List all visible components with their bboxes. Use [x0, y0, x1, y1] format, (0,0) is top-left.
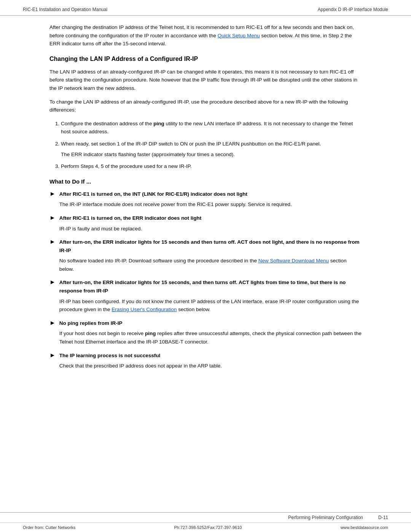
erasing-config-link[interactable]: Erasing User's Configuration: [112, 307, 177, 312]
bullet-arrow-6: ►: [49, 352, 56, 359]
bullet-arrow-1: ►: [49, 190, 56, 197]
bullet-content-1: After RIC-E1 is turned on, the INT (LINK…: [59, 190, 362, 209]
bullet-item-1: ► After RIC-E1 is turned on, the INT (LI…: [49, 190, 362, 209]
bullet-body-6: Check that the prescribed IP address doe…: [59, 362, 362, 370]
bullet-arrow-5: ►: [49, 320, 56, 326]
footer-section-label: Performing Preliminary Configuration: [288, 515, 363, 520]
bullet-body-4: IR-IP has been configured. If you do not…: [59, 297, 362, 314]
bullet-item-3: ► After turn-on, the ERR indicator light…: [49, 238, 362, 273]
bullet-title-5: No ping replies from IR-IP: [59, 319, 362, 328]
quick-setup-menu-link[interactable]: Quick Setup Menu: [218, 33, 260, 38]
bullet-title-1: After RIC-E1 is turned on, the INT (LINK…: [59, 190, 362, 198]
page-footer: Performing Preliminary Configuration D-1…: [0, 512, 411, 532]
step-2: When ready, set section 1 of the IR-IP D…: [61, 140, 362, 158]
bullet-title-2: After RIC-E1 is turned on, the ERR indic…: [59, 214, 362, 222]
page-header: RIC-E1 Installation and Operation Manual…: [0, 0, 411, 16]
section2-heading: What to Do If ...: [49, 178, 362, 185]
bullet-body-1: The IR-IP interface module does not rece…: [59, 200, 362, 209]
bullet-content-4: After turn-on, the ERR indicator lights …: [59, 278, 362, 313]
bullet-title-6: The IP learning process is not successfu…: [59, 351, 362, 360]
footer-bottom-left: Order from: Cutter Networks: [23, 525, 75, 530]
footer-page-info: Performing Preliminary Configuration D-1…: [288, 515, 388, 520]
footer-bottom-center: Ph:727-398-5252/Fax:727-397-9610: [174, 525, 242, 530]
bullet-content-2: After RIC-E1 is turned on, the ERR indic…: [59, 214, 362, 233]
bullet-body-3: No software loaded into IR-IP. Download …: [59, 257, 362, 273]
new-software-link[interactable]: New Software Download Menu: [258, 258, 329, 264]
bullet-content-6: The IP learning process is not successfu…: [59, 351, 362, 370]
footer-bottom-right: www.bestdatasource.com: [341, 525, 388, 530]
bullet-item-6: ► The IP learning process is not success…: [49, 351, 362, 370]
footer-bottom: Order from: Cutter Networks Ph:727-398-5…: [0, 522, 411, 532]
steps-list: Configure the destination address of the…: [61, 120, 362, 171]
step-2-note: The ERR indicator starts flashing faster…: [61, 150, 362, 159]
bullet-item-2: ► After RIC-E1 is turned on, the ERR ind…: [49, 214, 362, 233]
step-3: Perform Steps 4, 5 of the procedure used…: [61, 162, 362, 171]
section1-para2: To change the LAN IP address of an alrea…: [49, 98, 362, 114]
header-left: RIC-E1 Installation and Operation Manual: [23, 7, 107, 12]
header-right: Appendix D IR-IP Interface Module: [318, 7, 388, 12]
bullet-arrow-4: ►: [49, 279, 56, 286]
bullet-body-2: IR-IP is faulty and must be replaced.: [59, 225, 362, 233]
bullet-body-5: If your host does not begin to receive p…: [59, 329, 362, 346]
page-content: After changing the destination IP addres…: [0, 16, 411, 406]
section1-heading: Changing the LAN IP Address of a Configu…: [49, 56, 362, 62]
bullet-title-4: After turn-on, the ERR indicator lights …: [59, 278, 362, 295]
footer-page-number: D-11: [378, 515, 388, 520]
step-1: Configure the destination address of the…: [61, 120, 362, 136]
bullet-content-5: No ping replies from IR-IP If your host …: [59, 319, 362, 346]
section1-para1: The LAN IP address of an already-configu…: [49, 68, 362, 93]
bullet-arrow-2: ►: [49, 214, 56, 221]
bullet-title-3: After turn-on, the ERR indicator lights …: [59, 238, 362, 254]
bullet-item-5: ► No ping replies from IR-IP If your hos…: [49, 319, 362, 346]
bullet-content-3: After turn-on, the ERR indicator lights …: [59, 238, 362, 273]
intro-paragraph: After changing the destination IP addres…: [49, 23, 362, 48]
footer-top: Performing Preliminary Configuration D-1…: [0, 512, 411, 522]
bullet-arrow-3: ►: [49, 238, 56, 245]
bullet-item-4: ► After turn-on, the ERR indicator light…: [49, 278, 362, 313]
